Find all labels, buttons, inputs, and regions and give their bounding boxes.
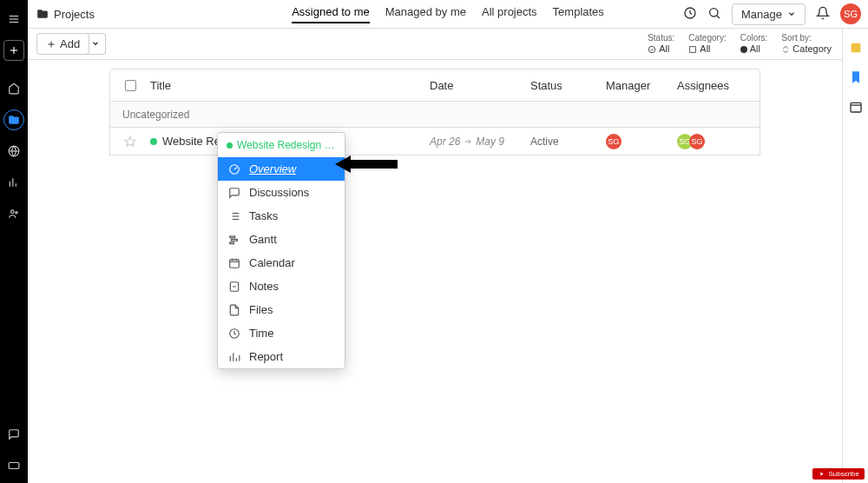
- project-date: Apr 26 May 9: [430, 136, 530, 148]
- chat-icon: [228, 187, 240, 199]
- bookmark-widget-icon[interactable]: [847, 69, 865, 86]
- chevron-down-icon: [91, 39, 100, 48]
- filter-category[interactable]: Category: All: [688, 33, 726, 55]
- status-dot-icon: [150, 138, 157, 145]
- svg-point-10: [11, 210, 15, 214]
- select-all-checkbox[interactable]: [125, 80, 136, 91]
- top-bar: Projects Assigned to me Managed by me Al…: [28, 0, 868, 29]
- manage-button[interactable]: Manage: [732, 3, 806, 25]
- status-dot-icon: [227, 142, 233, 149]
- filter-bar: Status: All Category: All Colors: All So…: [648, 33, 832, 55]
- calendar-widget-icon[interactable]: [847, 98, 865, 116]
- color-dot-icon: [740, 46, 747, 53]
- projects-icon[interactable]: [3, 109, 24, 130]
- menu-item-overview[interactable]: Overview: [218, 157, 345, 181]
- table-header: Title Date Status Manager Assignees: [109, 69, 760, 102]
- people-icon[interactable]: [3, 203, 24, 224]
- col-manager[interactable]: Manager: [606, 79, 677, 92]
- arrow-right-icon: [464, 137, 472, 146]
- project-row[interactable]: Website Redesign - Client A 2m Apr 26 Ma…: [109, 128, 760, 155]
- svg-rect-12: [9, 463, 19, 469]
- add-label: Add: [60, 37, 80, 50]
- home-icon[interactable]: [3, 78, 24, 99]
- svg-marker-46: [821, 472, 824, 475]
- category-row[interactable]: Uncategorized: [109, 102, 760, 128]
- right-sidebar: [842, 29, 868, 483]
- svg-rect-22: [690, 46, 696, 52]
- top-right-controls: Manage SG: [683, 3, 861, 25]
- clock-icon: [228, 328, 240, 340]
- col-title[interactable]: Title: [150, 79, 430, 92]
- breadcrumb-title: Projects: [54, 8, 95, 21]
- menu-item-gantt[interactable]: Gantt: [218, 228, 345, 251]
- dropdown-header: Website Redesign - Clie…: [218, 133, 345, 157]
- note-icon: [228, 281, 240, 293]
- star-icon: [124, 136, 136, 148]
- user-avatar[interactable]: SG: [840, 3, 861, 24]
- tag-icon: [688, 45, 697, 54]
- menu-item-files[interactable]: Files: [218, 298, 345, 321]
- project-manager: SG: [606, 134, 677, 149]
- menu-item-discussions[interactable]: Discussions: [218, 181, 345, 204]
- menu-item-time[interactable]: Time: [218, 321, 345, 345]
- search-icon[interactable]: [707, 6, 721, 23]
- youtube-icon: [818, 471, 825, 477]
- project-context-menu: Website Redesign - Clie… Overview Discus…: [217, 132, 345, 369]
- sort-icon: [781, 45, 790, 54]
- bell-icon[interactable]: [816, 6, 830, 23]
- reports-icon[interactable]: [3, 172, 24, 193]
- menu-item-notes[interactable]: Notes: [218, 275, 345, 298]
- menu-item-report[interactable]: Report: [218, 345, 345, 368]
- svg-rect-33: [232, 239, 238, 241]
- manager-avatar[interactable]: SG: [606, 134, 621, 149]
- col-status[interactable]: Status: [530, 79, 606, 92]
- menu-item-tasks[interactable]: Tasks: [218, 204, 345, 228]
- subscribe-badge[interactable]: Subscribe: [812, 468, 865, 480]
- content-area: Title Date Status Manager Assignees Unca…: [28, 60, 842, 483]
- svg-marker-23: [125, 136, 135, 146]
- chart-icon: [228, 351, 240, 363]
- svg-rect-35: [230, 259, 240, 267]
- project-assignees: SG SG: [677, 134, 760, 149]
- globe-icon[interactable]: [3, 141, 24, 162]
- filter-sort[interactable]: Sort by: Category: [781, 33, 832, 55]
- svg-line-18: [717, 15, 720, 17]
- filter-colors[interactable]: Colors: All: [740, 33, 768, 55]
- tutorial-arrow: [335, 155, 398, 175]
- menu-icon[interactable]: [3, 9, 24, 30]
- tab-managed[interactable]: Managed by me: [385, 5, 466, 23]
- note-widget-icon[interactable]: [847, 39, 865, 56]
- svg-point-21: [648, 46, 655, 53]
- manage-label: Manage: [741, 8, 782, 21]
- col-assignees[interactable]: Assignees: [677, 79, 760, 92]
- calendar-icon: [228, 257, 240, 269]
- svg-marker-45: [335, 155, 398, 173]
- menu-item-calendar[interactable]: Calendar: [218, 251, 345, 275]
- gantt-icon: [228, 234, 240, 246]
- favorite-star[interactable]: [110, 136, 150, 148]
- svg-point-11: [16, 212, 17, 214]
- left-sidebar: [0, 0, 28, 483]
- chat-icon[interactable]: [3, 424, 24, 445]
- folder-icon: [36, 8, 49, 20]
- col-date[interactable]: Date: [430, 79, 530, 92]
- nav-tabs: Assigned to me Managed by me All project…: [292, 5, 604, 23]
- recent-icon[interactable]: [683, 6, 697, 23]
- add-button[interactable]: Add: [36, 33, 89, 55]
- filter-status[interactable]: Status: All: [648, 33, 674, 55]
- breadcrumb[interactable]: Projects: [36, 8, 95, 21]
- keyboard-icon[interactable]: [3, 455, 24, 476]
- svg-rect-14: [851, 103, 861, 112]
- check-circle-icon: [648, 45, 656, 54]
- dashboard-icon: [228, 163, 240, 175]
- chevron-down-icon: [787, 10, 796, 18]
- assignee-avatar[interactable]: SG: [689, 134, 705, 149]
- svg-rect-34: [230, 242, 234, 243]
- file-icon: [228, 304, 240, 316]
- tab-templates[interactable]: Templates: [553, 5, 604, 23]
- add-dropdown-toggle[interactable]: [86, 33, 106, 55]
- tab-all[interactable]: All projects: [482, 5, 537, 23]
- add-new-icon[interactable]: [3, 40, 24, 61]
- svg-rect-13: [851, 43, 860, 53]
- tab-assigned[interactable]: Assigned to me: [292, 5, 370, 23]
